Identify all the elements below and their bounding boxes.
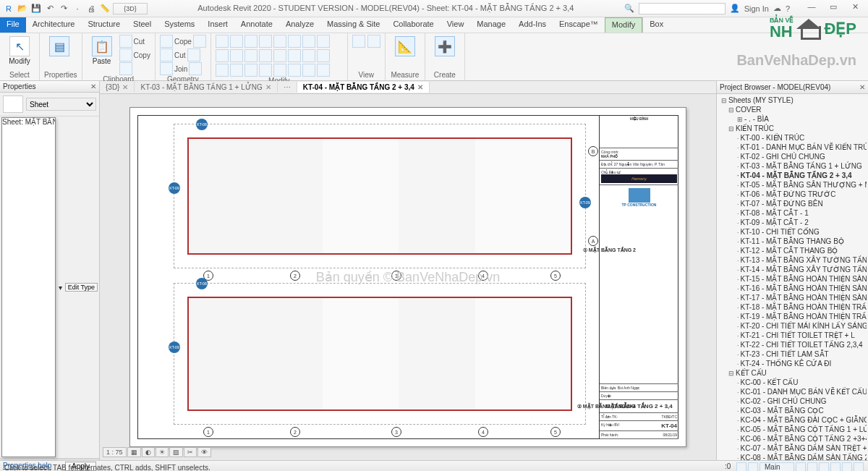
rotate-icon[interactable] [244,35,258,48]
select-pinned-icon[interactable] [830,462,841,471]
tree-node[interactable]: ⊟KIẾN TRÚC [718,124,867,133]
floorplan-2[interactable]: KT-08 KT-09 1 2 3 4 5 ② MẶT BẰNG TẦNG 2+… [174,283,586,425]
maximize-button[interactable]: ▭ [823,2,843,15]
hidden-icon[interactable]: 👁 [197,447,211,457]
section-marker[interactable]: KT-09 [579,197,591,208]
select-links-icon[interactable] [807,462,817,471]
sheet-viewport[interactable]: Bản quyền © BanVeNhaDep.vn KT-08 KT-09 K… [100,94,716,460]
tree-node[interactable]: ·KC-05 - MẶT BẰNG CỘT TẦNG 1 + LỬNG [718,425,867,434]
sheet[interactable]: KT-08 KT-09 KT-09 1 2 3 4 5 B A ① MẶT BẰ… [129,107,686,447]
tree-node[interactable]: ·KT-20 - CHI TIẾT MÁI KÍNH LẤY SÁNG [718,321,867,331]
tab-modify[interactable]: Modify [605,17,642,33]
tab-structure[interactable]: Structure [81,17,127,33]
matchtype-icon[interactable] [119,62,132,75]
tab-steel[interactable]: Steel [127,17,158,33]
view-tab-kt04[interactable]: KT-04 - MẶT BẰNG TẦNG 2 + 3,4✕ [297,82,430,93]
tab-enscape[interactable]: Enscape™ [553,17,605,33]
tree-node[interactable]: ·KT-13 - MẶT BẰNG XÂY TƯỜNG TẦNG TRỆT + … [718,255,867,265]
tree-node[interactable]: ·KT-14 - MẶT BẰNG XÂY TƯỜNG TẦNG 2,3,4+S [718,265,867,274]
view-icon1[interactable] [352,35,365,48]
tree-node[interactable]: ·KT-00 - KIẾN TRÚC [718,133,867,143]
detail-level-icon[interactable]: ▦ [127,447,141,457]
tree-node[interactable]: ·KT-15 - MẶT BẰNG HOÀN THIỆN SÀN TRỆT + … [718,274,867,284]
tree-node[interactable]: ⊞- . - BÌA [718,114,867,124]
tree-node[interactable]: ·KT-07 - MẶT ĐỨNG BÊN [718,199,867,208]
cope-icon[interactable] [160,35,173,48]
sun-path-icon[interactable]: ☀ [156,447,169,457]
tab-manage[interactable]: Manage [470,17,512,33]
tab-addins[interactable]: Add-Ins [512,17,553,33]
tree-node[interactable]: ·KT-03 - MẶT BẰNG TẦNG 1 + LỬNG [718,161,867,171]
tree-node[interactable]: ·KC-08 - MẶT BẰNG DẦM SÀN TẦNG 2,3,4, SÂ… [718,453,867,460]
paste-button[interactable]: 📋Paste [87,35,117,65]
tab-file[interactable]: File [0,17,26,33]
tree-node[interactable]: ·KT-18 - MẶT BẰNG HOÀN THIỆN TRẦN TẦNG 1 [718,302,867,312]
tab-collaborate[interactable]: Collaborate [386,17,440,33]
section-marker[interactable]: KT-09 [169,182,180,194]
tree-node[interactable]: ·KT-23 - CHI TIẾT LAM SẮT [718,349,867,359]
floorplan-1[interactable]: KT-08 KT-09 KT-09 1 2 3 4 5 B A ① MẶT BẰ… [174,124,586,268]
visual-style-icon[interactable]: ◐ [142,447,155,457]
minimize-button[interactable]: — [801,2,822,15]
filter-icon[interactable] [796,462,806,471]
view-icon2[interactable] [367,35,380,48]
open-icon[interactable]: 📂 [17,3,28,14]
filter-dropdown-icon[interactable]: ▾ [59,284,62,292]
tab-massingsite[interactable]: Massing & Site [320,17,386,33]
tree-node[interactable]: ·KT-12 - MẶT CẮT THANG BỘ [718,246,867,255]
tree-node[interactable]: ·KT-24 - THỐNG KÊ CỬA ĐI [718,359,867,368]
tree-node[interactable]: ·KT-02 - GHI CHÚ CHUNG [718,152,867,161]
worksets-icon[interactable] [736,462,746,471]
tree-node[interactable]: ·KC-04 - MẶT BẰNG ĐÀI CỌC + GIẰNG MÓNG [718,415,867,425]
tree-node[interactable]: ·KT-16 - MẶT BẰNG HOÀN THIỆN SÀN TẦNG 2, [718,284,867,293]
crop-icon[interactable]: ✂ [184,447,197,457]
tab-analyze[interactable]: Analyze [279,17,320,33]
qat-view-combo[interactable]: {3D} [113,3,148,14]
tab-architecture[interactable]: Architecture [26,17,82,33]
cut-geom-icon[interactable] [160,48,173,61]
create-button[interactable]: ➕ [430,35,460,56]
tree-node[interactable]: ·KC-02 - GHI CHÚ CHUNG [718,396,867,406]
tree-node[interactable]: ·KC-03 - MẶT BẰNG CỌC [718,406,867,415]
align-icon[interactable] [288,35,301,48]
section-marker[interactable]: KT-08 [196,278,208,289]
tree-node[interactable]: ·KT-19 - MẶT BẰNG HOÀN THIỆN TRẦN TẦNG 2 [718,312,867,321]
tab-close-icon[interactable]: ✕ [122,83,128,91]
title-block[interactable]: HIỆU ĐÍNH Công trình:NHÀ PHỐ Địa chỉ: 27… [599,115,678,439]
tab-systems[interactable]: Systems [158,17,201,33]
tree-node[interactable]: ·KT-17 - MẶT BẰNG HOÀN THIỆN SÀN TUM [718,293,867,302]
sign-in-link[interactable]: Sign In [744,4,769,13]
tree-node[interactable]: ·KT-05 - MẶT BẰNG SÂN THƯỢNG + MÁI TUM [718,180,867,190]
tree-node[interactable]: ·KT-21 - CHI TIẾT TOILET TRỆT + L [718,331,867,340]
trim-icon[interactable] [259,35,272,48]
type-selector[interactable]: Sheet [26,98,96,111]
tree-node[interactable]: ⊟KẾT CẤU [718,368,867,378]
tab-view[interactable]: View [441,17,471,33]
join-icon[interactable] [160,62,173,75]
copy2-icon[interactable] [230,35,243,48]
search-input[interactable] [639,3,726,14]
search-icon[interactable]: 🔍 [624,4,634,13]
tree-node[interactable]: ·KC-00 - KẾT CẤU [718,378,867,387]
measure-button[interactable]: 📐 [390,35,420,56]
redo-icon[interactable]: ↷ [58,3,69,14]
view-tab-kt03[interactable]: KT-03 - MẶT BẰNG TẦNG 1 + LỬNG✕ [135,82,277,93]
view-tab-3d[interactable]: {3D}✕ [100,82,135,93]
cut-icon[interactable] [119,35,132,48]
tree-node[interactable]: ⊟Sheets (MY STYLE) [718,96,867,105]
user-icon[interactable]: 👤 [730,4,740,13]
tree-node[interactable]: ·KC-01 - DANH MỤC BẢN VẼ KẾT CẤU [718,387,867,396]
tree-node[interactable]: ·KC-07 - MẶT BẰNG DẦM SÀN TRỆT + LỬNG [718,444,867,453]
save-icon[interactable]: 💾 [30,3,42,14]
shadows-icon[interactable]: ▧ [169,447,183,457]
close-button[interactable]: ✕ [845,2,865,15]
editable-icon[interactable] [748,462,758,471]
tree-node[interactable]: ·KT-08 - MẶT CẮT - 1 [718,208,867,218]
instance-filter[interactable]: Sheet: MẶT BẰNG TẦ [1,117,56,457]
tree-node[interactable]: ·KT-06 - MẶT ĐỨNG TRƯỚC [718,190,867,199]
select-face-icon[interactable] [842,462,852,471]
design-options[interactable]: Main Model [760,462,794,471]
print-icon[interactable]: 🖨 [85,3,97,14]
tab-close-icon[interactable]: ✕ [265,83,271,91]
properties-button[interactable]: ▤ [44,35,75,57]
